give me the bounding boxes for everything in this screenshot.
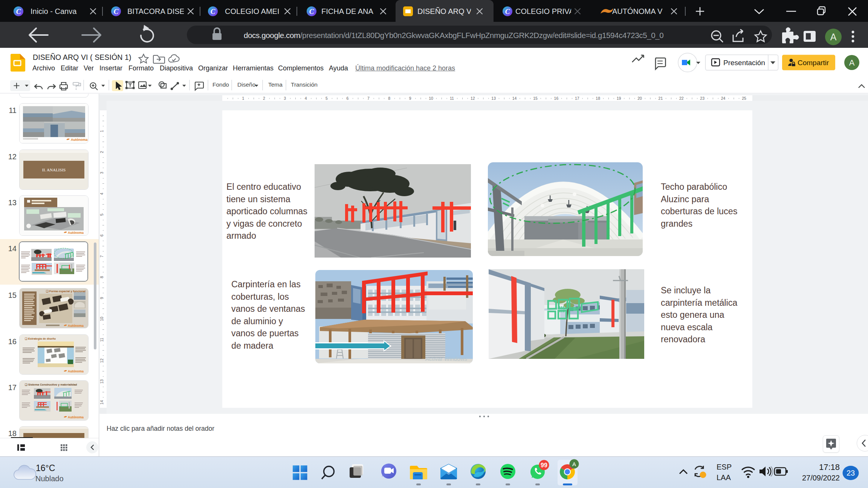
svg-text:2: 2 (100, 151, 104, 153)
svg-text:7: 7 (367, 96, 370, 101)
svg-text:Autónoma: Autónoma (68, 324, 84, 328)
svg-text:Autónoma: Autónoma (68, 369, 84, 373)
svg-text:23: 23 (700, 96, 704, 101)
svg-text:6: 6 (346, 96, 348, 101)
svg-text:Autónoma: Autónoma (71, 138, 88, 142)
svg-text:3: 3 (284, 96, 286, 101)
svg-text:9: 9 (409, 96, 411, 101)
svg-text:13: 13 (100, 379, 104, 384)
svg-text:A: A (830, 32, 837, 42)
svg-text:II. ANALISIS: II. ANALISIS (42, 168, 66, 172)
svg-text:❑ Estrategia de diseño: ❑ Estrategia de diseño (25, 337, 56, 340)
svg-text:11: 11 (450, 96, 454, 101)
svg-text:7: 7 (100, 255, 104, 258)
svg-text:21: 21 (659, 96, 663, 101)
svg-text:4: 4 (100, 193, 104, 195)
svg-text:A: A (849, 58, 855, 67)
svg-text:4: 4 (305, 96, 307, 101)
svg-text:Autónoma: Autónoma (68, 231, 84, 235)
svg-text:13: 13 (491, 96, 496, 101)
svg-text:1: 1 (242, 96, 244, 101)
svg-text:10: 10 (100, 317, 104, 321)
svg-text:12: 12 (100, 358, 104, 363)
svg-text:❑ Sistema Constructivo y mater: ❑ Sistema Constructivo y materialidad (25, 383, 77, 386)
svg-text:15: 15 (533, 96, 538, 101)
svg-text:24: 24 (721, 96, 726, 101)
svg-text:9: 9 (100, 297, 104, 299)
svg-text:20: 20 (637, 96, 642, 101)
svg-text:14: 14 (512, 96, 517, 101)
svg-text:3: 3 (100, 172, 104, 174)
svg-text:8: 8 (388, 96, 390, 101)
svg-text:12: 12 (471, 96, 475, 101)
svg-text:A: A (572, 461, 576, 467)
svg-text:C: C (16, 8, 21, 15)
svg-text:1: 1 (100, 130, 104, 132)
svg-text:17: 17 (575, 96, 579, 101)
svg-text:2: 2 (263, 96, 265, 101)
svg-text:Activar Windows: Activar Windows (425, 355, 467, 362)
svg-text:10: 10 (429, 96, 433, 101)
svg-text:19: 19 (617, 96, 621, 101)
svg-text:16: 16 (554, 96, 559, 101)
svg-text:5: 5 (100, 214, 104, 216)
svg-text:Autónoma: Autónoma (68, 415, 84, 419)
svg-text:11: 11 (100, 338, 104, 342)
svg-text:23: 23 (847, 469, 855, 477)
svg-text:8: 8 (100, 276, 104, 278)
svg-text:5: 5 (326, 96, 328, 101)
svg-text:18: 18 (596, 96, 600, 101)
svg-text:6: 6 (100, 234, 104, 236)
svg-text:99: 99 (541, 462, 547, 468)
svg-text:25: 25 (742, 96, 746, 101)
svg-text:22: 22 (679, 96, 684, 101)
svg-text:14: 14 (100, 400, 104, 405)
